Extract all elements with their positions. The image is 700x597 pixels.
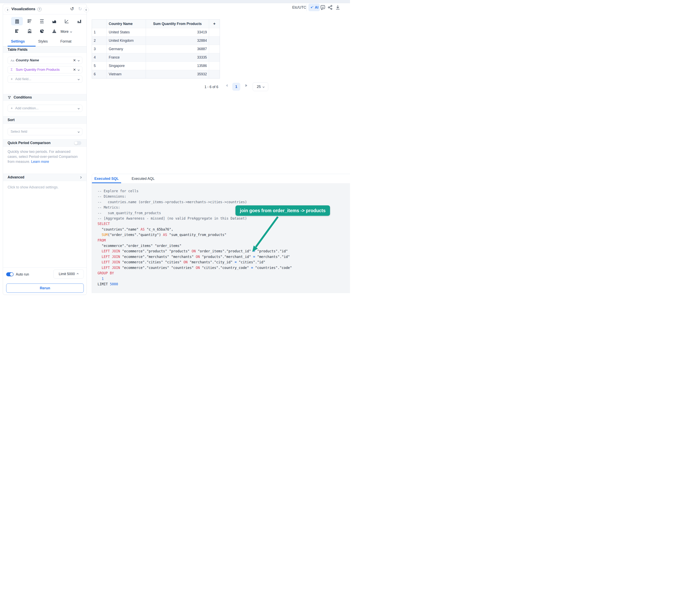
scatter-chart-icon	[64, 19, 69, 24]
sparkles-icon	[310, 5, 314, 9]
chevron-down-icon[interactable]	[78, 69, 80, 71]
value-cell[interactable]: 33419	[146, 28, 209, 36]
page-size-value: 25	[257, 85, 261, 89]
sort-field-select[interactable]: Select field	[7, 128, 82, 135]
value-cell[interactable]: 13586	[146, 61, 209, 70]
country-cell[interactable]: Vietnam	[107, 70, 146, 78]
chart-type-picker: KPI More	[3, 15, 86, 38]
chart-type-scatter[interactable]	[62, 17, 71, 25]
limit-label: Limit 5000	[59, 272, 75, 276]
auto-run-toggle[interactable]	[6, 272, 14, 276]
tab-settings[interactable]: Settings	[11, 40, 25, 44]
remove-field-icon[interactable]: ✕	[71, 58, 78, 62]
add-field-button[interactable]: + Add field...	[7, 76, 82, 83]
dimension-type-icon: Aa	[10, 59, 16, 62]
advanced-header[interactable]: Advanced	[3, 174, 86, 181]
result-table: Country Name Sum Quantity From Products …	[92, 19, 220, 79]
rerun-button[interactable]: Rerun	[6, 284, 84, 293]
table-icon	[15, 19, 20, 24]
chart-type-kpi[interactable]: KPI	[37, 17, 46, 25]
value-cell[interactable]: 32884	[146, 36, 209, 45]
learn-more-link[interactable]: Learn more	[31, 160, 49, 164]
limit-dropdown[interactable]: Limit 5000	[53, 269, 84, 279]
download-icon[interactable]	[335, 5, 341, 10]
sort-placeholder: Select field	[10, 130, 27, 134]
chart-type-table[interactable]	[11, 17, 23, 25]
value-cell[interactable]: 36887	[146, 45, 209, 53]
sql-line: SUM("order_items"."quantity") AS "sum_qu…	[98, 232, 350, 238]
chart-type-combo[interactable]	[25, 27, 34, 35]
chart-type-pie[interactable]	[37, 27, 46, 35]
ai-button[interactable]: AI	[308, 4, 320, 11]
column-header-country[interactable]: Country Name	[107, 20, 146, 28]
area-chart-icon	[52, 19, 57, 24]
chart-type-column[interactable]	[75, 17, 84, 25]
more-label: More	[60, 30, 69, 34]
tab-executed-sql[interactable]: Executed SQL	[92, 174, 121, 183]
field-sum-quantity[interactable]: Σ Sum Quantity From Products ✕	[7, 66, 82, 73]
chart-type-pivot[interactable]	[25, 17, 34, 25]
more-chart-types-button[interactable]: More	[60, 29, 72, 34]
undo-icon[interactable]: ↺	[70, 6, 74, 11]
pie-chart-icon	[39, 28, 45, 34]
chevron-down-icon[interactable]	[78, 107, 80, 109]
annotation-arrow	[248, 215, 284, 255]
auto-run-label: Auto run	[16, 272, 29, 276]
chevron-up-icon	[77, 273, 79, 275]
country-cell[interactable]: United Kingdom	[107, 36, 146, 45]
chart-type-area[interactable]	[50, 17, 59, 25]
collapse-panel-button[interactable]	[84, 7, 89, 12]
feedback-icon[interactable]	[320, 5, 326, 10]
panel-tabs: Settings Styles Format	[3, 38, 86, 47]
tab-format[interactable]: Format	[60, 40, 71, 44]
chevron-down-icon[interactable]	[78, 131, 80, 133]
toolbar-divider	[306, 4, 307, 11]
empty-cell	[209, 53, 220, 61]
current-page-button[interactable]: 1	[232, 83, 240, 91]
tab-styles[interactable]: Styles	[38, 40, 48, 44]
visualization-panel: Visualizations ? ↺ ↻ KPI	[3, 4, 87, 295]
ai-label: AI	[315, 5, 319, 9]
expand-panel-button[interactable]	[5, 7, 10, 12]
previous-page-icon[interactable]	[226, 84, 228, 87]
column-header-sum-quantity[interactable]: Sum Quantity From Products	[146, 20, 209, 28]
timezone-label[interactable]: Etc/UTC	[292, 5, 306, 9]
chart-type-funnel[interactable]	[50, 27, 59, 35]
country-cell[interactable]: United States	[107, 28, 146, 36]
value-cell[interactable]: 33335	[146, 53, 209, 61]
value-cell[interactable]: 35932	[146, 70, 209, 78]
combo-chart-icon	[27, 28, 32, 34]
sql-line: LEFT JOIN "ecommerce"."countries" "count…	[98, 265, 350, 270]
measure-sigma-icon: Σ	[10, 68, 16, 72]
chart-type-bar[interactable]	[12, 27, 22, 35]
row-number: 1	[92, 28, 107, 36]
add-condition-placeholder: Add condition...	[15, 106, 39, 110]
chevron-down-icon[interactable]	[78, 59, 80, 61]
country-cell[interactable]: France	[107, 53, 146, 61]
advanced-title: Advanced	[7, 175, 24, 179]
row-number: 4	[92, 53, 107, 61]
field-country-name[interactable]: Aa Country Name ✕	[7, 57, 82, 64]
empty-cell	[209, 61, 220, 70]
advanced-hint: Click to show Advanced settings.	[7, 185, 58, 189]
quick-period-header: Quick Period Comparison	[3, 139, 86, 147]
sql-line: "countries"."name" AS "c_n_65ba76",	[98, 227, 350, 232]
share-icon[interactable]	[327, 5, 333, 10]
next-page-icon[interactable]	[246, 84, 247, 87]
country-cell[interactable]: Singapore	[107, 61, 146, 70]
sql-code-block[interactable]: -- Explore for cells-- Dimensions:-- cou…	[92, 183, 350, 293]
row-number-header	[92, 20, 107, 28]
empty-cell	[209, 70, 220, 78]
sql-line: -- countries.name (order_items->products…	[98, 200, 350, 205]
remove-field-icon[interactable]: ✕	[71, 68, 78, 72]
tab-executed-aql[interactable]: Executed AQL	[129, 174, 157, 183]
add-condition-button[interactable]: + Add condition...	[7, 105, 82, 112]
quick-period-toggle[interactable]	[74, 141, 81, 145]
add-column-button[interactable]: +	[209, 20, 220, 28]
sql-line: LEFT JOIN "ecommerce"."cities" "cities" …	[98, 260, 350, 265]
chevron-down-icon[interactable]	[78, 78, 80, 80]
page-size-dropdown[interactable]: 25	[253, 82, 268, 91]
column-chart-icon	[77, 19, 82, 24]
help-icon[interactable]: ?	[38, 7, 42, 11]
country-cell[interactable]: Germany	[107, 45, 146, 53]
